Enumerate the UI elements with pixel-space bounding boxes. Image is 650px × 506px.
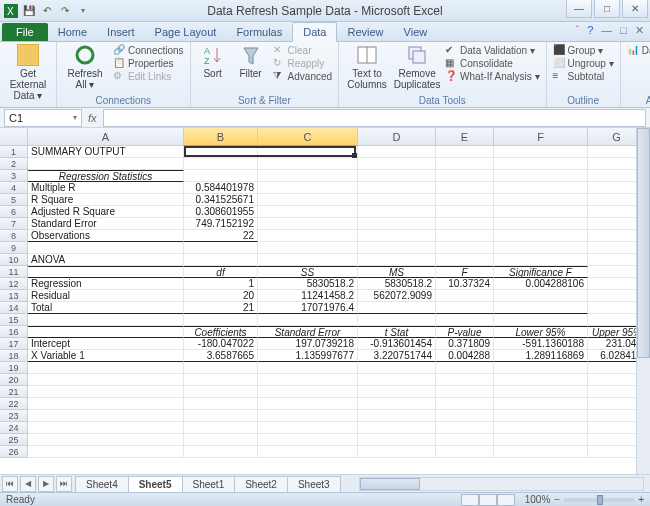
sheet-tab-sheet3[interactable]: Sheet3 — [287, 476, 341, 492]
cell[interactable] — [184, 386, 258, 398]
cell[interactable] — [184, 398, 258, 410]
cell[interactable]: 5830518.2 — [258, 278, 358, 290]
doc-max-icon[interactable]: □ — [620, 24, 627, 37]
row-header-16[interactable]: 16 — [0, 326, 28, 338]
cell[interactable] — [494, 194, 588, 206]
cell[interactable] — [494, 290, 588, 302]
cell[interactable] — [358, 206, 436, 218]
sheet-tab-sheet2[interactable]: Sheet2 — [234, 476, 288, 492]
cell[interactable] — [436, 446, 494, 458]
cell[interactable] — [436, 206, 494, 218]
cell[interactable] — [494, 206, 588, 218]
cell[interactable] — [358, 314, 436, 326]
cell[interactable] — [358, 398, 436, 410]
get-external-data-button[interactable]: Get External Data ▾ — [6, 44, 50, 101]
cell[interactable] — [28, 266, 184, 278]
cell[interactable] — [358, 374, 436, 386]
cell[interactable]: ANOVA — [28, 254, 184, 266]
cell[interactable]: 5830518.2 — [358, 278, 436, 290]
cell[interactable] — [436, 218, 494, 230]
col-header-A[interactable]: A — [28, 128, 184, 146]
select-all-corner[interactable] — [0, 128, 28, 146]
cell[interactable] — [494, 398, 588, 410]
cell[interactable] — [184, 314, 258, 326]
cell[interactable] — [358, 146, 436, 158]
cell[interactable] — [28, 434, 184, 446]
cell[interactable] — [358, 254, 436, 266]
remove-duplicates-button[interactable]: Remove Duplicates — [395, 44, 439, 90]
tab-insert[interactable]: Insert — [97, 23, 145, 41]
cell[interactable] — [358, 302, 436, 314]
cell[interactable] — [184, 242, 258, 254]
row-header-2[interactable]: 2 — [0, 158, 28, 170]
cell[interactable]: 562072.9099 — [358, 290, 436, 302]
worksheet-grid[interactable]: ABCDEFGH 1234567891011121314151617181920… — [0, 128, 650, 458]
sort-button[interactable]: AZSort — [197, 44, 229, 79]
cell[interactable]: 749.7152192 — [184, 218, 258, 230]
tab-file[interactable]: File — [2, 23, 48, 41]
zoom-slider[interactable] — [564, 498, 634, 502]
row-header-4[interactable]: 4 — [0, 182, 28, 194]
cell[interactable] — [436, 386, 494, 398]
cell[interactable]: X Variable 1 — [28, 350, 184, 362]
cell[interactable]: P-value — [436, 326, 494, 338]
cell[interactable]: Standard Error — [258, 326, 358, 338]
row-header-3[interactable]: 3 — [0, 170, 28, 182]
cell[interactable] — [258, 218, 358, 230]
doc-min-icon[interactable]: — — [601, 24, 612, 37]
cell[interactable] — [436, 290, 494, 302]
sheet-nav-next[interactable]: ▶ — [38, 476, 54, 492]
qat-more-icon[interactable]: ▾ — [76, 4, 90, 18]
cell[interactable] — [258, 158, 358, 170]
cell[interactable]: -0.913601454 — [358, 338, 436, 350]
cell[interactable]: Regression Statistics — [28, 170, 184, 182]
cell[interactable] — [494, 374, 588, 386]
text-to-columns-button[interactable]: Text to Columns — [345, 44, 389, 90]
row-header-21[interactable]: 21 — [0, 386, 28, 398]
cell[interactable]: 22 — [184, 230, 258, 242]
cell[interactable]: R Square — [28, 194, 184, 206]
cell[interactable] — [494, 446, 588, 458]
cell[interactable]: Observations — [28, 230, 184, 242]
cell[interactable]: 3.220751744 — [358, 350, 436, 362]
horizontal-scrollbar[interactable] — [359, 477, 644, 491]
row-header-7[interactable]: 7 — [0, 218, 28, 230]
cell[interactable] — [28, 410, 184, 422]
consolidate-button[interactable]: ▦Consolidate — [445, 57, 539, 69]
name-box[interactable]: C1▾ — [4, 109, 82, 127]
cell[interactable]: Multiple R — [28, 182, 184, 194]
cell[interactable] — [358, 446, 436, 458]
row-header-13[interactable]: 13 — [0, 290, 28, 302]
cell[interactable]: 0.004288 — [436, 350, 494, 362]
cell[interactable] — [358, 362, 436, 374]
cell[interactable]: 0.371809 — [436, 338, 494, 350]
cell[interactable] — [258, 422, 358, 434]
zoom-out-button[interactable]: − — [554, 494, 560, 505]
cell[interactable] — [358, 170, 436, 182]
col-header-F[interactable]: F — [494, 128, 588, 146]
undo-icon[interactable]: ↶ — [40, 4, 54, 18]
tab-data[interactable]: Data — [292, 22, 337, 42]
cell[interactable] — [258, 254, 358, 266]
cell[interactable]: 197.0739218 — [258, 338, 358, 350]
cell[interactable] — [436, 158, 494, 170]
cell[interactable] — [258, 206, 358, 218]
row-header-8[interactable]: 8 — [0, 230, 28, 242]
cell[interactable] — [28, 374, 184, 386]
cell[interactable] — [358, 422, 436, 434]
cell[interactable]: Residual — [28, 290, 184, 302]
tab-page-layout[interactable]: Page Layout — [145, 23, 227, 41]
row-header-12[interactable]: 12 — [0, 278, 28, 290]
cell[interactable] — [436, 398, 494, 410]
cell[interactable] — [28, 326, 184, 338]
cell[interactable] — [436, 434, 494, 446]
cell[interactable]: 20 — [184, 290, 258, 302]
vscroll-thumb[interactable] — [637, 128, 650, 358]
row-header-15[interactable]: 15 — [0, 314, 28, 326]
cell[interactable] — [184, 158, 258, 170]
cell[interactable] — [436, 422, 494, 434]
cell[interactable] — [184, 374, 258, 386]
cell[interactable] — [494, 386, 588, 398]
cell[interactable] — [436, 194, 494, 206]
cell[interactable] — [258, 386, 358, 398]
